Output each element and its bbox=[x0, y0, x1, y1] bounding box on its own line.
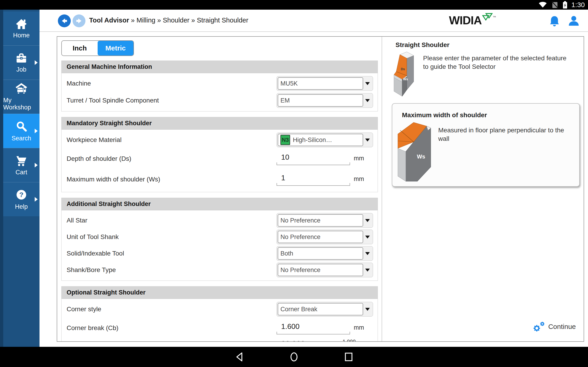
shank-bore-type-select[interactable]: No Preference bbox=[277, 263, 373, 277]
sidebar-item-label: Search bbox=[11, 135, 31, 142]
tolerance-plus-input[interactable]: 1.000 bbox=[329, 339, 370, 341]
sidebar-item-label: Job bbox=[16, 66, 26, 73]
field-label: Workpiece Material bbox=[67, 136, 121, 144]
form-row-max-width-of-shoulder: Maximum width of shoulder (Ws) 1 mm bbox=[67, 169, 373, 190]
sidebar-item-my-workshop[interactable]: My Workshop bbox=[3, 80, 40, 114]
notifications-button[interactable] bbox=[548, 15, 561, 27]
form-row-turret: Turret / Tool Spindle Component EM bbox=[67, 92, 373, 109]
sidebar-item-help[interactable]: ? Help bbox=[3, 182, 40, 216]
select-value-box: No Preference bbox=[278, 214, 363, 227]
input-value: 90.000 bbox=[277, 339, 322, 341]
unit-of-tool-shank-select[interactable]: No Preference bbox=[277, 230, 373, 244]
no-signal-icon bbox=[551, 1, 559, 8]
nav-recents-icon[interactable] bbox=[344, 352, 353, 362]
units-toggle-inch[interactable]: Inch bbox=[62, 41, 98, 56]
select-value: No Preference bbox=[280, 234, 320, 241]
units-toggle-metric[interactable]: Metric bbox=[98, 41, 133, 56]
select-value: Both bbox=[280, 250, 293, 257]
corner-break-input[interactable]: 1.600 bbox=[277, 322, 350, 334]
corner-style-select[interactable]: Corner Break bbox=[277, 302, 373, 317]
search-icon bbox=[15, 120, 28, 133]
dropdown-arrow-icon bbox=[363, 269, 372, 272]
dropdown-arrow-icon bbox=[363, 252, 372, 255]
dropdown-arrow-icon bbox=[363, 219, 372, 222]
section-body: Workpiece Material N3 High-Silicon… Dept… bbox=[61, 130, 378, 192]
field-label: Unit of Tool Shank bbox=[67, 233, 119, 241]
section-general-machine-information: General Machine Information Machine MU5K… bbox=[61, 60, 378, 111]
field-label: Depth of shoulder (Ds) bbox=[67, 155, 131, 162]
dropdown-arrow-icon bbox=[363, 236, 372, 239]
gears-icon bbox=[532, 321, 545, 332]
number-control: 10 mm bbox=[277, 152, 373, 165]
widia-logo: WIDIA ™ bbox=[449, 14, 496, 27]
straight-shoulder-diagram: Ds Ws bbox=[392, 51, 422, 97]
form-row-corner-style: Corner style Corner Break bbox=[67, 301, 373, 318]
parameter-form: Inch Metric General Machine Information … bbox=[57, 37, 382, 341]
workshop-icon bbox=[15, 83, 28, 94]
workpiece-material-select[interactable]: N3 High-Silicon… bbox=[277, 133, 373, 147]
bell-icon bbox=[548, 15, 561, 27]
breadcrumb-root[interactable]: Tool Advisor bbox=[89, 17, 129, 24]
unit-label: mm bbox=[354, 324, 364, 331]
section-additional-straight-shoulder: Additional Straight Shoulder All Star No… bbox=[61, 198, 378, 281]
forward-button[interactable] bbox=[73, 15, 86, 27]
input-value: 10 bbox=[277, 152, 350, 162]
depth-of-shoulder-input[interactable]: 10 bbox=[277, 152, 350, 165]
sidebar-item-home[interactable]: Home bbox=[3, 11, 40, 45]
select-value: High-Silicon… bbox=[293, 136, 332, 144]
clock: 1:30 bbox=[571, 1, 585, 9]
sidebar-item-label: My Workshop bbox=[3, 97, 40, 111]
user-icon bbox=[568, 15, 580, 27]
arrow-right-icon bbox=[75, 17, 83, 25]
select-value-box: No Preference bbox=[278, 231, 363, 243]
section-body: Machine MU5K Turret / Tool Spindle Compo… bbox=[61, 73, 378, 111]
sidebar: Home Job My Wo bbox=[0, 10, 40, 347]
select-value-box: N3 High-Silicon… bbox=[278, 134, 363, 146]
form-row-shank-bore-type: Shank/Bore Type No Preference bbox=[67, 262, 373, 278]
breadcrumb-trail: » Milling » Shoulder » Straight Shoulder bbox=[131, 17, 248, 24]
sidebar-item-label: Help bbox=[15, 203, 28, 210]
chevron-right-icon bbox=[35, 163, 38, 167]
section-header: General Machine Information bbox=[61, 61, 378, 73]
select-value: EM bbox=[280, 97, 290, 104]
machine-select[interactable]: MU5K bbox=[277, 76, 373, 91]
select-value: No Preference bbox=[280, 267, 320, 274]
field-label: Solid/Indexable Tool bbox=[67, 250, 124, 257]
select-value-box: Corner Break bbox=[278, 303, 363, 315]
form-row-depth-of-shoulder: Depth of shoulder (Ds) 10 mm bbox=[67, 148, 373, 169]
card-title: Maximum width of shoulder bbox=[402, 111, 487, 119]
turret-select[interactable]: EM bbox=[277, 93, 373, 108]
chevron-right-icon bbox=[35, 129, 38, 133]
form-row-unit-of-tool-shank: Unit of Tool Shank No Preference bbox=[67, 229, 373, 245]
battery-charging-icon bbox=[562, 1, 568, 9]
sidebar-item-search[interactable]: Search bbox=[3, 114, 40, 148]
form-row-workpiece-material: Workpiece Material N3 High-Silicon… bbox=[67, 131, 373, 148]
select-value-box: No Preference bbox=[278, 264, 363, 276]
briefcase-icon bbox=[15, 52, 28, 64]
number-control: 1.600 mm bbox=[277, 322, 373, 334]
continue-button[interactable]: Continue bbox=[531, 321, 577, 333]
info-panel-description: Please enter the parameter of the select… bbox=[423, 54, 572, 71]
nav-home-icon[interactable] bbox=[289, 352, 299, 362]
card-diagram-label: Ws bbox=[417, 153, 425, 160]
all-star-select[interactable]: No Preference bbox=[277, 213, 373, 228]
max-width-of-shoulder-input[interactable]: 1 bbox=[277, 173, 350, 186]
solid-indexable-tool-select[interactable]: Both bbox=[277, 246, 373, 261]
input-underline bbox=[277, 183, 350, 186]
back-button[interactable] bbox=[58, 15, 71, 27]
sidebar-item-job[interactable]: Job bbox=[3, 45, 40, 80]
unit-label: mm bbox=[354, 175, 364, 183]
cart-icon bbox=[15, 155, 28, 167]
units-toggle: Inch Metric bbox=[61, 40, 134, 56]
nav-back-icon[interactable] bbox=[235, 352, 244, 362]
section-header: Mandatory Straight Shoulder bbox=[61, 117, 378, 130]
section-optional-straight-shoulder: Optional Straight Shoulder Corner style … bbox=[61, 286, 378, 341]
parameter-help-card: Maximum width of shoulder Ws Measured in… bbox=[392, 103, 580, 187]
sidebar-item-cart[interactable]: Cart bbox=[3, 148, 40, 182]
field-label: Machine bbox=[67, 80, 91, 87]
sidebar-items: Home Job My Wo bbox=[3, 11, 40, 216]
account-button[interactable] bbox=[568, 15, 580, 27]
dropdown-arrow-icon bbox=[363, 99, 372, 102]
material-group-badge: N3 bbox=[280, 135, 290, 145]
angle-of-wall-input[interactable]: 90.000 bbox=[277, 339, 322, 341]
